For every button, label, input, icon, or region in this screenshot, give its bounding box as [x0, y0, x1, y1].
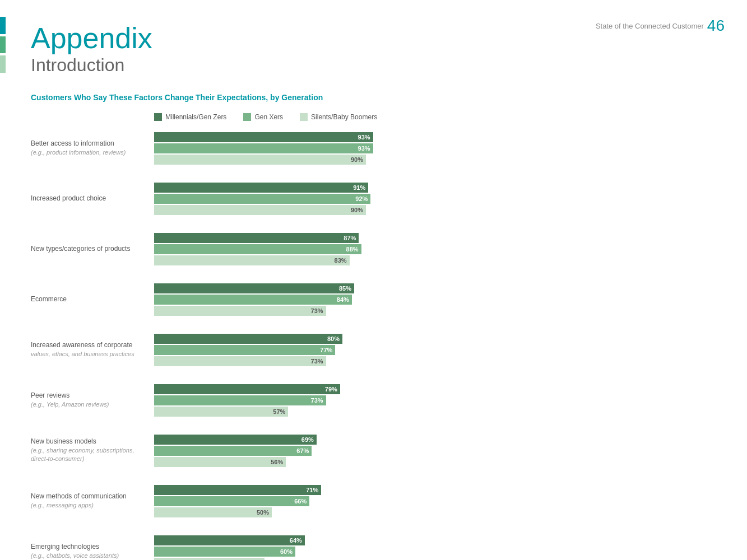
- bar-gen-xers-8: 60%: [154, 547, 295, 557]
- legend-color-silents: [300, 113, 308, 121]
- bar-label-silents-4: 73%: [311, 358, 323, 365]
- bar-millennials-7: 71%: [154, 485, 321, 495]
- row-label-main-6: New business models: [31, 437, 96, 445]
- top-label-text: State of the Connected Customer: [596, 22, 704, 30]
- legend-color-millennials: [154, 113, 162, 121]
- bar-silents-2: 83%: [154, 255, 350, 265]
- legend-label-gen-xers: Gen Xers: [254, 113, 283, 121]
- chart-row-row-corporate-awareness: Increased awareness of corporatevalues, …: [31, 334, 713, 366]
- bar-row-0-0: 93%: [154, 132, 713, 142]
- bar-gen-xers-3: 84%: [154, 295, 352, 305]
- bars-group-0: 93%93%90%: [154, 132, 713, 165]
- chart-row-row-new-types: New types/categories of products87%88%83…: [31, 233, 713, 265]
- bar-label-silents-6: 56%: [271, 459, 283, 465]
- bar-silents-5: 57%: [154, 407, 288, 417]
- title-introduction: Introduction: [31, 54, 713, 76]
- bar-row-8-2: 47%: [154, 558, 713, 560]
- bar-label-gen-xers-5: 73%: [311, 397, 323, 404]
- accent-bar-green: [0, 36, 6, 54]
- bar-label-gen-xers-2: 88%: [346, 246, 359, 253]
- bars-group-7: 71%66%50%: [154, 485, 713, 517]
- bar-row-5-2: 57%: [154, 407, 713, 417]
- chart-row-row-product-choice: Increased product choice91%92%90%: [31, 183, 713, 215]
- bar-label-millennials-2: 87%: [344, 235, 356, 241]
- bar-row-3-0: 85%: [154, 283, 713, 293]
- bar-silents-4: 73%: [154, 356, 326, 366]
- bar-row-8-1: 60%: [154, 547, 713, 557]
- legend-label-millennials: Millennials/Gen Zers: [165, 113, 226, 121]
- legend-color-gen-xers: [243, 113, 251, 121]
- chart-row-row-ecommerce: Ecommerce85%84%73%: [31, 283, 713, 316]
- bar-label-millennials-5: 79%: [325, 386, 337, 393]
- legend-item-gen-xers: Gen Xers: [243, 113, 283, 121]
- row-label-row-new-business: New business models(e.g., sharing econom…: [31, 437, 154, 464]
- legend-item-silents: Silents/Baby Boomers: [300, 113, 377, 121]
- bar-row-1-1: 92%: [154, 194, 713, 204]
- bar-gen-xers-1: 92%: [154, 194, 370, 204]
- bar-silents-1: 90%: [154, 205, 366, 215]
- bar-label-millennials-0: 93%: [358, 134, 370, 141]
- chart-legend: Millennials/Gen Zers Gen Xers Silents/Ba…: [154, 113, 713, 121]
- row-label-row-ecommerce: Ecommerce: [31, 295, 154, 304]
- bar-row-0-1: 93%: [154, 143, 713, 153]
- accent-bar-light-green: [0, 55, 6, 73]
- bar-label-gen-xers-1: 92%: [355, 195, 368, 202]
- row-label-row-product-choice: Increased product choice: [31, 194, 154, 203]
- bar-label-millennials-1: 91%: [353, 184, 365, 191]
- bars-group-1: 91%92%90%: [154, 183, 713, 215]
- bar-row-2-1: 88%: [154, 244, 713, 254]
- bar-label-millennials-8: 64%: [290, 537, 302, 544]
- bar-row-8-0: 64%: [154, 535, 713, 545]
- bar-gen-xers-2: 88%: [154, 244, 361, 254]
- row-label-main-5: Peer reviews: [31, 391, 69, 399]
- bars-group-8: 64%60%47%: [154, 535, 713, 560]
- bar-gen-xers-6: 67%: [154, 446, 312, 456]
- bar-row-6-1: 67%: [154, 446, 713, 456]
- chart-section: Customers Who Say These Factors Change T…: [17, 93, 713, 560]
- chart-area: Better access to information(e.g., produ…: [31, 132, 713, 560]
- row-label-sub-5: (e.g., Yelp, Amazon reviews): [31, 401, 109, 408]
- bar-row-3-1: 84%: [154, 295, 713, 305]
- bar-row-7-1: 66%: [154, 496, 713, 506]
- bar-row-2-0: 87%: [154, 233, 713, 243]
- accent-bar-teal: [0, 17, 6, 34]
- bar-row-5-1: 73%: [154, 395, 713, 405]
- bar-silents-8: 47%: [154, 558, 265, 560]
- bar-row-6-0: 69%: [154, 435, 713, 445]
- bar-silents-7: 50%: [154, 507, 272, 517]
- legend-item-millennials: Millennials/Gen Zers: [154, 113, 226, 121]
- bar-label-gen-xers-4: 77%: [320, 347, 332, 353]
- bar-row-7-2: 50%: [154, 507, 713, 517]
- header-accent-bars: [0, 17, 6, 73]
- bar-silents-3: 73%: [154, 306, 326, 316]
- bar-row-6-2: 56%: [154, 457, 713, 467]
- bar-label-silents-0: 90%: [351, 156, 363, 163]
- row-label-main-8: Emerging technologies: [31, 543, 99, 550]
- bar-gen-xers-0: 93%: [154, 143, 373, 153]
- row-label-main-3: Ecommerce: [31, 295, 67, 303]
- chart-row-row-communication: New methods of communication(e.g., messa…: [31, 485, 713, 517]
- row-label-sub-0: (e.g., product information, reviews): [31, 149, 126, 156]
- row-label-main-0: Better access to information: [31, 139, 114, 147]
- bar-millennials-2: 87%: [154, 233, 359, 243]
- bar-millennials-1: 91%: [154, 183, 368, 193]
- bar-row-2-2: 83%: [154, 255, 713, 265]
- bar-gen-xers-5: 73%: [154, 395, 326, 405]
- bar-label-millennials-6: 69%: [301, 436, 314, 443]
- bar-label-gen-xers-6: 67%: [296, 447, 309, 454]
- bar-label-millennials-3: 85%: [339, 285, 351, 292]
- bar-millennials-6: 69%: [154, 435, 317, 445]
- bar-millennials-0: 93%: [154, 132, 373, 142]
- page-number: 46: [707, 17, 725, 35]
- bars-group-3: 85%84%73%: [154, 283, 713, 316]
- bar-label-silents-5: 57%: [273, 408, 285, 415]
- bar-row-3-2: 73%: [154, 306, 713, 316]
- bar-label-gen-xers-0: 93%: [358, 145, 370, 152]
- bar-row-4-0: 80%: [154, 334, 713, 344]
- row-label-main-4: Increased awareness of corporate: [31, 341, 132, 349]
- bar-label-silents-3: 73%: [311, 307, 323, 314]
- bar-label-silents-1: 90%: [351, 207, 363, 213]
- bar-row-7-0: 71%: [154, 485, 713, 495]
- bar-millennials-5: 79%: [154, 384, 340, 394]
- bar-row-4-1: 77%: [154, 345, 713, 355]
